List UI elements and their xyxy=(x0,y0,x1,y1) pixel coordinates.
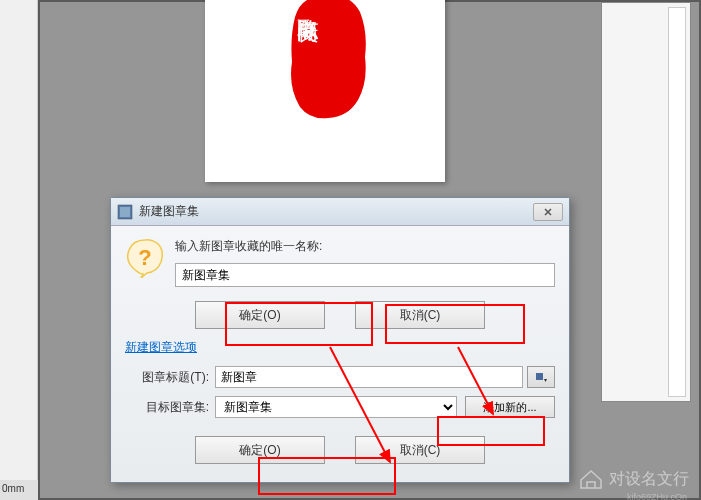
svg-rect-3 xyxy=(536,373,543,380)
right-scrollbar[interactable] xyxy=(668,7,686,397)
dialog-icon xyxy=(117,204,133,220)
document-canvas: 陈尚取良 xyxy=(205,0,445,182)
seal-stamp-shape xyxy=(280,0,375,122)
watermark-url: kifo69ZHu.cOn xyxy=(627,492,687,500)
cancel-button-bottom[interactable]: 取消(C) xyxy=(355,436,485,464)
right-side-panel xyxy=(601,2,691,402)
new-stamp-dialog: 新建图章集 ? 输入新图章收藏的唯一名称: 确定(O) xyxy=(110,197,570,483)
stamp-title-label: 图章标题(T): xyxy=(125,369,215,386)
close-icon xyxy=(543,207,553,217)
house-icon xyxy=(577,468,605,490)
cancel-button-top[interactable]: 取消(C) xyxy=(355,301,485,329)
title-dropdown-button[interactable] xyxy=(527,366,555,388)
stamp-name-input[interactable] xyxy=(175,263,555,287)
watermark-logo: 对设名文行 xyxy=(577,468,689,490)
svg-rect-1 xyxy=(120,207,130,217)
target-set-label: 目标图章集: xyxy=(125,399,215,416)
ok-button-top[interactable]: 确定(O) xyxy=(195,301,325,329)
dialog-title: 新建图章集 xyxy=(139,203,533,220)
dialog-titlebar[interactable]: 新建图章集 xyxy=(111,198,569,226)
status-value: 0mm xyxy=(0,480,38,500)
prompt-label: 输入新图章收藏的唯一名称: xyxy=(175,238,555,255)
svg-text:?: ? xyxy=(138,245,151,270)
dialog-body: ? 输入新图章收藏的唯一名称: 确定(O) 取消(C) 新建图章选项 图章标题(… xyxy=(111,226,569,482)
main-workspace: 陈尚取良 新建图章集 ? xyxy=(38,0,701,500)
question-icon: ? xyxy=(125,238,165,278)
dialog-close-button[interactable] xyxy=(533,203,563,221)
add-new-button[interactable]: 添加新的... xyxy=(465,396,555,418)
gear-dropdown-icon xyxy=(534,370,548,384)
options-link[interactable]: 新建图章选项 xyxy=(125,339,555,356)
ok-button-bottom[interactable]: 确定(O) xyxy=(195,436,325,464)
stamp-title-input[interactable] xyxy=(215,366,523,388)
left-ruler-panel: 0mm xyxy=(0,0,38,500)
target-set-select[interactable]: 新图章集 xyxy=(215,396,457,418)
